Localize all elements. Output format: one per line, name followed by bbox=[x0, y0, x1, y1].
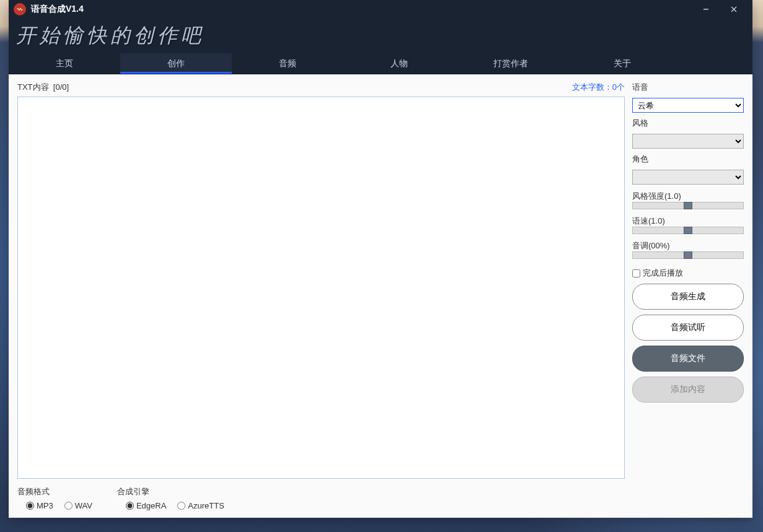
slogan: 开始愉快的创作吧 bbox=[16, 22, 205, 50]
intensity-slider[interactable] bbox=[632, 202, 744, 209]
checkbox-label: 完成后播放 bbox=[643, 268, 683, 279]
app-window: 语音合成V1.4 开始愉快的创作吧 主页 创作 音频 人物 打赏作者 关于 TX… bbox=[9, 0, 752, 518]
editor-header: TXT内容 [0/0] 文本字数：0个 bbox=[17, 82, 625, 93]
radio-edgera[interactable]: EdgeRA bbox=[126, 501, 166, 510]
radio-wav[interactable]: WAV bbox=[64, 501, 92, 510]
engine-group: 合成引擎 EdgeRA AzureTTS bbox=[117, 486, 224, 510]
slider-thumb[interactable] bbox=[684, 251, 692, 259]
bottom-options: 音频格式 MP3 WAV 合成引擎 EdgeRA AzureTTS bbox=[17, 486, 625, 510]
voice-label: 语音 bbox=[632, 82, 744, 93]
tab-label: 创作 bbox=[167, 58, 185, 69]
audio-format-group: 音频格式 MP3 WAV bbox=[17, 486, 92, 510]
group-label: 音频格式 bbox=[17, 486, 92, 497]
content-area: TXT内容 [0/0] 文本字数：0个 音频格式 MP3 WAV 合成引擎 bbox=[9, 74, 752, 518]
speed-slider[interactable] bbox=[632, 227, 744, 234]
titlebar: 语音合成V1.4 bbox=[9, 0, 752, 19]
titlebar-controls bbox=[692, 0, 748, 19]
tab-create[interactable]: 创作 bbox=[120, 53, 232, 74]
text-input[interactable] bbox=[17, 97, 625, 479]
speed-group: 语速(1.0) bbox=[632, 216, 744, 234]
pitch-label: 音调(00%) bbox=[632, 240, 744, 251]
play-after-checkbox[interactable]: 完成后播放 bbox=[632, 268, 744, 279]
add-content-button: 添加内容 bbox=[632, 377, 744, 403]
char-count: 文本字数：0个 bbox=[572, 82, 625, 93]
generate-button[interactable]: 音频生成 bbox=[632, 284, 744, 310]
files-button[interactable]: 音频文件 bbox=[632, 346, 744, 372]
radio-azuretts[interactable]: AzureTTS bbox=[177, 501, 224, 510]
tab-label: 音频 bbox=[279, 58, 296, 69]
tab-label: 关于 bbox=[614, 58, 631, 69]
minimize-icon bbox=[702, 6, 710, 13]
tab-label: 打赏作者 bbox=[493, 58, 528, 69]
radio-mp3[interactable]: MP3 bbox=[26, 501, 53, 510]
tab-about[interactable]: 关于 bbox=[567, 53, 678, 74]
tab-label: 人物 bbox=[390, 58, 408, 69]
close-icon bbox=[730, 6, 738, 13]
tab-donate[interactable]: 打赏作者 bbox=[455, 53, 567, 74]
preview-button[interactable]: 音频试听 bbox=[632, 315, 744, 341]
speed-label: 语速(1.0) bbox=[632, 216, 744, 227]
voice-select[interactable]: 云希 bbox=[632, 98, 744, 113]
editor-label: TXT内容 [0/0] bbox=[17, 82, 69, 93]
intensity-label: 风格强度(1.0) bbox=[632, 191, 744, 202]
window-title: 语音合成V1.4 bbox=[31, 4, 84, 15]
close-button[interactable] bbox=[720, 0, 748, 19]
tab-audio[interactable]: 音频 bbox=[232, 53, 343, 74]
pitch-slider[interactable] bbox=[632, 251, 744, 259]
tab-character[interactable]: 人物 bbox=[343, 53, 455, 74]
pitch-group: 音调(00%) bbox=[632, 240, 744, 259]
style-select[interactable] bbox=[632, 134, 744, 149]
group-label: 合成引擎 bbox=[117, 486, 224, 497]
header: 开始愉快的创作吧 bbox=[9, 19, 752, 53]
tab-bar: 主页 创作 音频 人物 打赏作者 关于 bbox=[9, 53, 752, 74]
app-icon bbox=[14, 3, 26, 15]
minimize-button[interactable] bbox=[692, 0, 720, 19]
right-panel: 语音 云希 风格 角色 风格强度(1.0) 语速(1.0) 音调(00%) bbox=[632, 82, 744, 510]
intensity-group: 风格强度(1.0) bbox=[632, 191, 744, 209]
role-label: 角色 bbox=[632, 154, 744, 165]
tab-label: 主页 bbox=[56, 58, 73, 69]
role-select[interactable] bbox=[632, 170, 744, 185]
style-label: 风格 bbox=[632, 118, 744, 129]
slider-thumb[interactable] bbox=[684, 202, 692, 209]
tab-home[interactable]: 主页 bbox=[9, 53, 120, 74]
slider-thumb[interactable] bbox=[684, 227, 692, 234]
left-panel: TXT内容 [0/0] 文本字数：0个 音频格式 MP3 WAV 合成引擎 bbox=[17, 82, 625, 510]
